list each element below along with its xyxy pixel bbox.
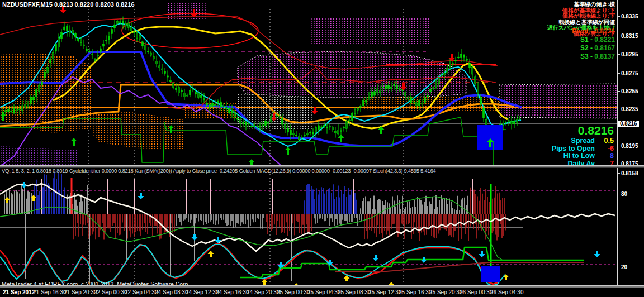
info-value: -6 [595,145,614,153]
pivot-label: S3 - [580,52,594,60]
axis-tick [618,194,620,194]
exit-signal-arrow-icon [421,257,427,263]
time-axis-label: 24 Sep 16:30 [216,289,249,295]
axis-tick [618,164,620,164]
chart-title: NZDUSDFXF,M15 0.8213 0.8220 0.8203 0.821… [2,1,135,8]
time-axis-label: 21 Sep 16:30 [33,289,67,295]
time-axis-label: 22 Sep 04:30 [125,289,158,295]
time-axis-label: 22 Sep 00:30 [94,289,127,295]
buy-signal-arrow-icon [338,135,344,142]
pivot-label: S1 - [580,36,594,44]
price-axis-label: 0.8195 [621,143,638,149]
current-price-label: 0.8216 [552,124,614,137]
time-axis-label: 25 Sep 20:30 [429,289,463,295]
ichimoku-cloud [499,84,617,118]
info-label: Spread [571,137,595,145]
exit-signal-arrow-icon [21,182,27,188]
panel-separator-top[interactable] [0,165,644,168]
indicator-window-caption: VQ, 1 5, 3, 2, 1 0.8018 0.8019 CycleIden… [2,167,435,174]
time-axis-label: 25 Sep 08:30 [338,289,371,295]
pivot-row-s2: S2 - 0.8167 [572,44,615,52]
price-axis-label: 0.8275 [621,70,638,76]
price-axis-label: 0.8315 [621,33,638,39]
exit-signal-arrow-icon [192,234,198,241]
axis-tick [618,36,620,36]
exit-signal-arrow-icon [138,193,144,199]
price-info-panel: 0.8216 Spread0.5Pips to Open-6Hi to Low8… [552,124,614,167]
time-axis-label: 25 Sep 16:30 [399,289,432,295]
mt4-chart-window: { "window": { "title_line": "NZDUSDFXF,M… [0,0,644,297]
info-row: Hi to Low8 [552,152,614,160]
price-axis[interactable]: 0.83350.83150.82950.82750.82550.82350.81… [617,0,644,288]
price-axis-label: 0.8255 [621,88,638,94]
ichimoku-cloud [238,51,467,98]
time-axis-label: 24 Sep 08:30 [155,289,188,295]
indicator-axis-label: 80 [621,191,627,197]
pivot-row-pivot: Pivot - 0.8231 [572,27,615,36]
time-axis-label: 25 Sep 12:30 [368,289,402,295]
entry-signal-arrow-icon [208,251,214,257]
time-axis-label: 24 Sep 20:30 [247,289,280,295]
ichimoku-cloud [0,146,78,166]
indicator-axis-label: 20 [621,264,627,270]
pivot-label: Pivot - [572,27,594,35]
price-axis-label: 0.8235 [621,106,638,112]
pivot-value: 0.8167 [594,44,615,52]
time-axis-label: 24 Sep 12:30 [186,289,219,295]
time-axis-label: 21 Sep 2012 [3,289,35,295]
pivot-row-s1: S1 - 0.8221 [572,36,615,44]
ichimoku-status-line: 価格が転換線より:下 [547,13,615,20]
indicator-axis-label: 0.8158 [621,170,638,176]
pivot-row-s3: S3 - 0.8137 [572,52,615,61]
exit-signal-arrow-icon [373,255,379,261]
exit-signal-arrow-icon [479,251,485,257]
pivot-value: 0.8231 [594,27,615,35]
info-row: Spread0.5 [552,137,614,145]
time-axis-label: 25 Sep 04:30 [307,289,341,295]
ichimoku-status-line: 基準線の傾き:横 [547,2,615,8]
time-axis-label: 21 Sep 20:30 [64,289,97,295]
chart-canvas[interactable] [0,0,617,297]
axis-tick [618,91,620,92]
buy-signal-arrow-icon [71,138,77,146]
axis-tick [618,109,620,109]
price-axis-label: 0.8295 [621,51,638,58]
info-row: Pips to Open-6 [552,145,614,153]
stoch-cyan-line [0,245,505,286]
axis-tick [618,16,620,17]
time-axis-label: 26 Sep 00:30 [460,289,493,295]
info-value: 8 [595,152,614,160]
axis-tick [618,267,620,267]
axis-tick [618,73,620,74]
price-axis-label: 0.8335 [621,13,638,20]
ichimoku-cloud [309,17,430,44]
axis-tick [618,54,620,55]
time-axis-label: 26 Sep 04:30 [490,289,524,295]
axis-tick [618,173,620,174]
time-axis[interactable]: 21 Sep 201221 Sep 16:3021 Sep 20:3022 Se… [0,288,644,297]
entry-signal-arrow-icon [262,279,268,285]
info-label: Pips to Open [552,145,595,152]
pivot-value: 0.8137 [594,52,615,60]
current-price-tag: 0.8216 [618,121,639,127]
entry-signal-arrow-icon [503,274,509,280]
signal-highlight-box[interactable] [481,266,500,282]
pivot-value: 0.8221 [594,36,615,44]
time-axis-label: 25 Sep 00:30 [277,289,310,295]
pivot-levels-block: Pivot - 0.8231S1 - 0.8221S2 - 0.8167S3 -… [572,27,615,61]
exit-signal-arrow-icon [594,251,600,257]
buy-signal-arrow-icon [285,147,291,155]
pivot-label: S2 - [580,44,594,52]
info-label: Hi to Low [564,152,595,160]
axis-tick [618,146,620,146]
info-value: 0.5 [595,137,614,145]
